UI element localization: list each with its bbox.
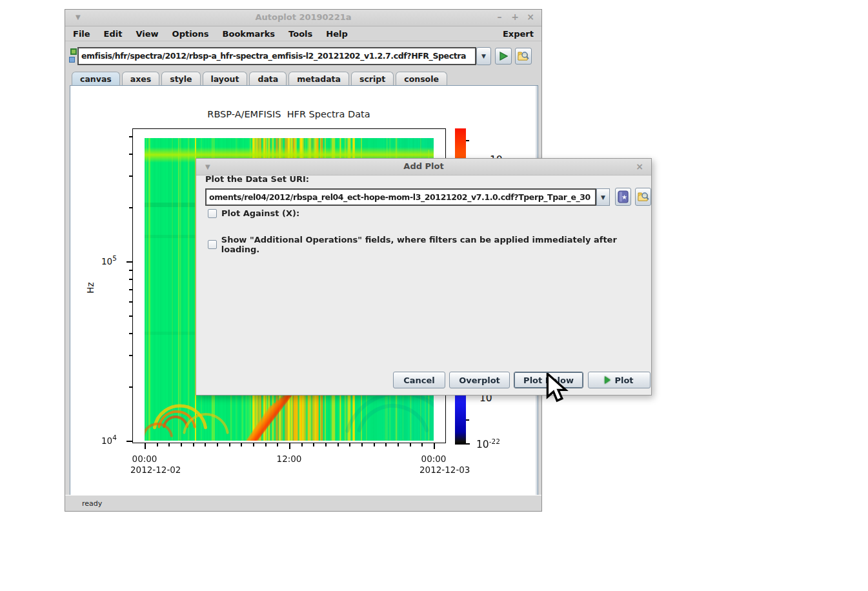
status-text: ready [82,499,102,508]
go-plot-button[interactable] [495,48,512,65]
menu-options[interactable]: Options [172,29,209,39]
overplot-button[interactable]: Overplot [449,372,510,388]
window-title: Autoplot 20190221a [65,12,541,22]
plot-against-x-label: Plot Against (X): [221,208,299,218]
menu-bar: File Edit View Options Bookmarks Tools H… [65,26,541,41]
plot-title: RBSP-A/EMFISIS HFR Spectra Data [132,109,445,119]
play-icon [605,376,611,384]
add-plot-dialog: ▼ Add Plot × Plot the Data Set URI: omen… [196,158,652,396]
plot-button[interactable]: Plot [588,372,651,388]
menu-view[interactable]: View [136,29,158,39]
x-tick-label-1200: 12:00 [270,454,308,464]
folder-magnifier-icon [638,192,649,202]
expert-label: Expert [503,29,534,39]
y-axis-label: Hz [85,282,96,293]
tab-canvas[interactable]: canvas [72,72,120,85]
uri-toolbar: emfisis/hfr/spectra/2012/rbsp-a_hfr-spec… [65,41,541,71]
x-date-label-2: 2012-12-03 [419,465,470,475]
uri-input[interactable]: emfisis/hfr/spectra/2012/rbsp-a_hfr-spec… [77,47,476,65]
plot-against-x-row: Plot Against (X): [208,208,299,218]
dialog-button-row: Cancel Overplot Plot Below Plot [196,372,651,390]
x-date-label-1: 2012-12-02 [130,465,181,475]
uri-dropdown-button[interactable]: ▼ [476,47,491,65]
dataset-uri-input[interactable]: oments/rel04/2012/rbspa_rel04_ect-hope-m… [205,188,596,206]
window-titlebar[interactable]: ▼ Autoplot 20190221a – + × [65,10,541,26]
inspect-file-button[interactable] [515,48,532,65]
tab-script[interactable]: script [351,72,394,85]
tab-layout[interactable]: layout [203,72,248,85]
additional-operations-label: Show "Additional Operations" fields, whe… [221,235,651,254]
y-tick-label-1e4: 104 [101,434,117,446]
dialog-titlebar[interactable]: ▼ Add Plot × [196,159,651,175]
data-source-stack-icon[interactable] [68,48,77,64]
menu-bookmarks[interactable]: Bookmarks [223,29,276,39]
close-icon[interactable]: × [526,12,535,22]
dataset-uri-dropdown-button[interactable]: ▼ [596,188,610,206]
inspect-file-button[interactable] [635,188,651,206]
bookmarks-button[interactable]: ★ [615,188,631,206]
tab-data[interactable]: data [249,72,287,85]
menu-edit[interactable]: Edit [104,29,123,39]
minimize-icon[interactable]: – [495,12,504,22]
x-tick-label-0000a: 00:00 [125,454,164,464]
additional-operations-row: Show "Additional Operations" fields, whe… [208,235,651,254]
tab-metadata[interactable]: metadata [288,72,349,85]
folder-magnifier-icon [518,51,529,61]
tab-style[interactable]: style [161,72,200,85]
y-tick-label-1e5: 105 [101,254,117,266]
colorbar-label-bottom: 10-22 [476,437,500,450]
tab-axes[interactable]: axes [122,72,159,85]
chevron-down-icon: ▼ [481,53,486,59]
cancel-button[interactable]: Cancel [393,372,445,388]
mouse-cursor [545,373,571,403]
menu-file[interactable]: File [73,29,90,39]
chevron-down-icon: ▼ [601,194,605,201]
additional-operations-checkbox[interactable] [208,240,217,249]
plot-against-x-checkbox[interactable] [208,209,217,218]
menu-tools[interactable]: Tools [288,29,312,39]
dataset-uri-label: Plot the Data Set URI: [205,174,309,184]
svg-text:★: ★ [621,194,627,201]
bookmark-book-icon: ★ [618,190,629,203]
menu-help[interactable]: Help [326,29,347,39]
tab-console[interactable]: console [396,72,447,85]
tab-bar: canvas axes style layout data metadata s… [65,71,541,85]
dialog-close-icon[interactable]: × [636,161,643,172]
dialog-title: Add Plot [196,161,651,171]
maximize-icon[interactable]: + [510,12,520,22]
play-icon [499,52,508,61]
status-bar: ready [65,495,541,511]
x-tick-label-0000b: 00:00 [414,454,453,464]
